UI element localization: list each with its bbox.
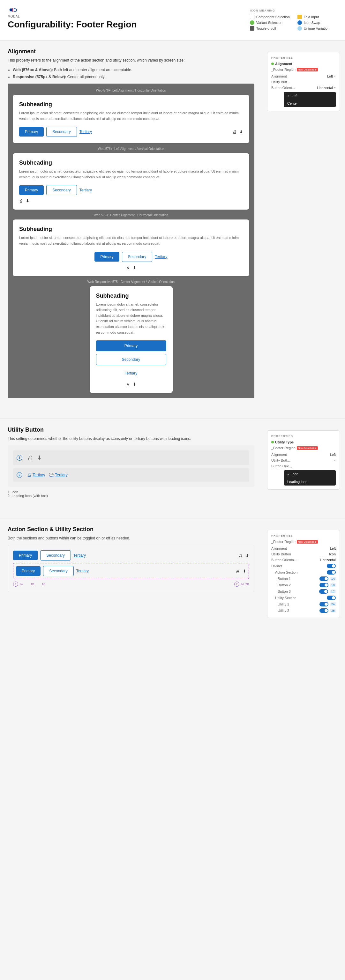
utility-tertiary-1[interactable]: 🖨 Tertiary (27, 473, 45, 477)
card-2-title: Subheading (19, 159, 243, 166)
action-icons: 🖨 ⬇ (239, 553, 249, 558)
tertiary-label-2: Tertiary (55, 473, 67, 477)
action-inner-primary[interactable]: Primary (16, 566, 40, 576)
card-2-secondary[interactable]: Secondary (46, 185, 77, 195)
btn1-controls: 1A (319, 576, 336, 581)
alignment-value-text: Left (327, 74, 333, 78)
utility-footnotes: 1: Icon 2: Leading Icon (with text) (8, 490, 254, 498)
action-tertiary[interactable]: Tertiary (73, 553, 86, 558)
download-icon[interactable]: ⬇ (240, 129, 243, 134)
utility1-toggle[interactable] (319, 602, 328, 606)
dropdown-left-option[interactable]: ✓ Left (284, 92, 336, 100)
properties-label-2: PROPERTIES (271, 434, 336, 438)
action-footer-label: _Footer Region (271, 540, 295, 544)
download-icon-2[interactable]: ⬇ (26, 199, 29, 203)
label-2: 2 (234, 582, 240, 587)
action-section-toggle[interactable] (327, 570, 336, 574)
utility2-key: Utility 2 (278, 609, 289, 612)
action-labels-row: 1 1A 1B 1C 2 2A 2B (13, 582, 249, 587)
utility1-number: 2A (330, 602, 336, 606)
card-4-primary[interactable]: Primary (96, 340, 166, 351)
utility-tertiary-2[interactable]: 💬 Tertiary (49, 473, 67, 477)
btn3-knob (324, 590, 327, 593)
alignment-content: Alignment This property refers to the al… (8, 48, 254, 398)
download-icon-3[interactable]: ⬇ (133, 265, 136, 270)
action-inner-download[interactable]: ⬇ (243, 569, 246, 574)
print-icon-2[interactable]: 🖨 (19, 199, 23, 203)
utility2-toggle[interactable] (319, 608, 328, 613)
card-1-icons: 🖨 ⬇ (233, 129, 243, 134)
action-btn3-row: Button 3 1C (271, 588, 336, 595)
action-inner-print[interactable]: 🖨 (236, 569, 240, 574)
action-btn1-row: Button 1 1A (271, 576, 336, 582)
print-icon[interactable]: 🖨 (233, 129, 237, 134)
card-4-tertiary[interactable]: Tertiary (96, 368, 166, 379)
card-3-secondary[interactable]: Secondary (122, 252, 152, 262)
card-4-title: Subheading (96, 293, 166, 299)
utility-align-key: Alignment (271, 453, 287, 457)
icon-option[interactable]: ✓ Icon (284, 470, 336, 478)
dropdown-center-option[interactable]: Center (284, 100, 336, 107)
print-icon-3[interactable]: 🖨 (126, 265, 130, 270)
utility-dropdown-arrow: ▾ (334, 459, 336, 462)
card-1-buttons: Primary Secondary Tertiary 🖨 ⬇ (19, 127, 243, 137)
action-inner-tertiary[interactable]: Tertiary (76, 569, 89, 573)
action-download-icon[interactable]: ⬇ (246, 553, 249, 558)
properties-label-1: PROPERTIES (271, 56, 336, 59)
alignment-prop-row: Alignment Left ▾ (271, 73, 336, 79)
action-print-icon[interactable]: 🖨 (239, 553, 243, 558)
card-2-tertiary[interactable]: Tertiary (80, 188, 92, 192)
btn3-toggle[interactable] (319, 589, 328, 594)
action-section-knob (332, 571, 335, 574)
btn2-controls: 1B (319, 583, 336, 587)
card-3-title: Subheading (19, 226, 243, 232)
alignment-key: Alignment (271, 74, 287, 78)
alignment-dropdown-popup: ✓ Left Center (284, 92, 336, 107)
variant-dot (271, 62, 274, 65)
action-btn1-key: Button 1 (278, 577, 291, 581)
action-btn2-row: Button 2 1B (271, 582, 336, 588)
utility-non-detachable-badge: Non-Detachable (297, 446, 318, 450)
utility-title: Utility Button (8, 426, 254, 433)
utility1-key: Utility 1 (278, 602, 289, 606)
page-title: Configurability: Footer Region (8, 19, 137, 30)
btn2-toggle[interactable] (319, 583, 328, 587)
action-divider-key: Divider (271, 564, 282, 568)
sublabel-1B: 1B (30, 582, 34, 586)
demo-label-2: Web 576+: Left Alignment / Vertical Orie… (13, 147, 249, 151)
card-1-tertiary[interactable]: Tertiary (80, 129, 92, 134)
utility-dropdown-popup: ✓ Icon Leading Icon (284, 470, 336, 485)
bullet-web: Web (576px & Above): Both left and cente… (13, 67, 254, 73)
print-icon-4[interactable]: 🖨 (126, 382, 130, 387)
action-secondary[interactable]: Secondary (40, 550, 70, 560)
card-1-secondary[interactable]: Secondary (46, 127, 77, 137)
utility-print-icon[interactable]: 🖨 (27, 455, 33, 461)
btn1-toggle[interactable] (319, 576, 328, 581)
button-orient-val[interactable]: Horizontal ▾ (317, 86, 336, 90)
divider-toggle[interactable] (327, 564, 336, 568)
card-2-primary[interactable]: Primary (19, 185, 44, 195)
btn2-number: 1B (330, 583, 336, 587)
leading-icon-option[interactable]: Leading Icon (284, 478, 336, 485)
alignment-val[interactable]: Left ▾ (327, 74, 336, 78)
card-3-primary[interactable]: Primary (94, 252, 119, 262)
citi-logo (8, 6, 137, 13)
utility-butt-val[interactable]: ▾ (333, 459, 336, 462)
footnote-2: 2: Leading Icon (with text) (8, 494, 254, 498)
demo-card-3: Subheading Lorem ipsum dolor sit amet, c… (13, 220, 249, 276)
component-icon (250, 15, 254, 19)
card-1-primary[interactable]: Primary (19, 127, 44, 137)
action-primary[interactable]: Primary (13, 550, 38, 560)
card-3-buttons: Primary Secondary Tertiary (19, 252, 243, 262)
download-icon-4[interactable]: ⬇ (133, 382, 136, 387)
utility-desc: This setting determines whether the util… (8, 436, 254, 442)
unique-label: Unique Variation (304, 27, 330, 30)
card-3-tertiary[interactable]: Tertiary (155, 255, 167, 259)
demo-label-3: Web 576+: Center Alignment / Horizontal … (13, 213, 249, 217)
utility-download-icon[interactable]: ⬇ (37, 454, 42, 461)
utility-butt-key: Utility Butt... (271, 458, 290, 462)
utility-section-toggle[interactable] (327, 596, 336, 600)
demo-card-1: Subheading Lorem ipsum dolor sit amet, c… (13, 95, 249, 143)
card-4-secondary[interactable]: Secondary (96, 354, 166, 365)
action-inner-secondary[interactable]: Secondary (43, 566, 73, 576)
